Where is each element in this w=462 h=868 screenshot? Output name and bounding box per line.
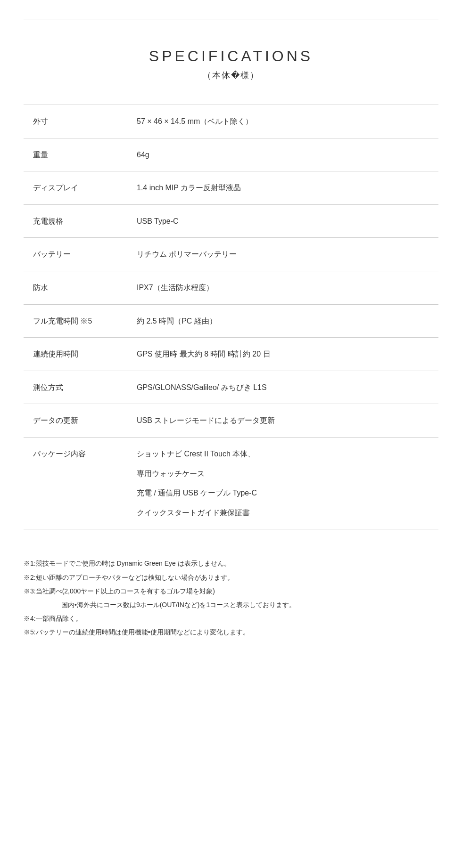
package-item: ショットナビ Crest II Touch 本体、 xyxy=(137,448,429,460)
spec-row: フル充電時間 ※5約 2.5 時間（PC 経由） xyxy=(24,304,438,338)
spec-value: 1.4 inch MIP カラー反射型液晶 xyxy=(127,171,438,205)
spec-row: パッケージ内容ショットナビ Crest II Touch 本体、専用ウォッチケー… xyxy=(24,437,438,529)
note-item: ※4:一部商品除く。 xyxy=(24,613,438,625)
note-item: ※1:競技モードでご使用の時は Dynamic Green Eye は表示しませ… xyxy=(24,558,438,569)
spec-label: データの更新 xyxy=(24,404,127,438)
spec-value: 約 2.5 時間（PC 経由） xyxy=(127,304,438,338)
spec-row: 充電規格USB Type-C xyxy=(24,204,438,238)
spec-row: 重量64g xyxy=(24,138,438,171)
spec-row: バッテリーリチウム ポリマーバッテリー xyxy=(24,238,438,271)
spec-label: ディスプレイ xyxy=(24,171,127,205)
spec-label: 充電規格 xyxy=(24,204,127,238)
header-section: SPECIFICATIONS （本体�様） xyxy=(24,48,438,81)
spec-label: バッテリー xyxy=(24,238,127,271)
top-divider xyxy=(24,19,438,19)
spec-value: USB Type-C xyxy=(127,204,438,238)
spec-label: パッケージ内容 xyxy=(24,437,127,529)
spec-row: 測位方式GPS/GLONASS/Galileo/ みちびき L1S xyxy=(24,371,438,404)
note-item: ※3:当社調べ(2,000ヤード以上のコースを有するゴルフ場を対象) xyxy=(24,585,438,597)
spec-value: リチウム ポリマーバッテリー xyxy=(127,238,438,271)
spec-row: 連続使用時間GPS 使用時 最大約 8 時間 時計約 20 日 xyxy=(24,338,438,371)
sub-title: （本体�様） xyxy=(24,70,438,81)
package-item: クイックスタートガイド兼保証書 xyxy=(137,507,429,519)
spec-label: フル充電時間 ※5 xyxy=(24,304,127,338)
note-item: ※2:短い距離のアプローチやパターなどは検知しない場合があります。 xyxy=(24,572,438,584)
spec-table: 外寸57 × 46 × 14.5 mm（ベルト除く）重量64gディスプレイ1.4… xyxy=(24,105,438,529)
spec-row: ディスプレイ1.4 inch MIP カラー反射型液晶 xyxy=(24,171,438,205)
spec-value: GPS/GLONASS/Galileo/ みちびき L1S xyxy=(127,371,438,404)
note-item: 国内•海外共にコース数は9ホール(OUT/INなど)を1コースと表示しております… xyxy=(24,599,438,611)
notes-section: ※1:競技モードでご使用の時は Dynamic Green Eye は表示しませ… xyxy=(24,553,438,638)
spec-value: ショットナビ Crest II Touch 本体、専用ウォッチケース充電 / 通… xyxy=(127,437,438,529)
spec-label: 測位方式 xyxy=(24,371,127,404)
package-item: 充電 / 通信用 USB ケーブル Type-C xyxy=(137,487,429,499)
spec-value: 64g xyxy=(127,138,438,171)
page-container: SPECIFICATIONS （本体�様） 外寸57 × 46 × 14.5 m… xyxy=(0,0,462,668)
main-title: SPECIFICATIONS xyxy=(24,48,438,65)
spec-value: USB ストレージモードによるデータ更新 xyxy=(127,404,438,438)
spec-value: IPX7（生活防水程度） xyxy=(127,271,438,304)
spec-row: 外寸57 × 46 × 14.5 mm（ベルト除く） xyxy=(24,105,438,138)
spec-value: 57 × 46 × 14.5 mm（ベルト除く） xyxy=(127,105,438,138)
spec-label: 防水 xyxy=(24,271,127,304)
package-item: 専用ウォッチケース xyxy=(137,468,429,480)
spec-label: 重量 xyxy=(24,138,127,171)
spec-value: GPS 使用時 最大約 8 時間 時計約 20 日 xyxy=(127,338,438,371)
spec-label: 外寸 xyxy=(24,105,127,138)
note-item: ※5:バッテリーの連続使用時間は使用機能•使用期間などにより変化します。 xyxy=(24,626,438,638)
spec-label: 連続使用時間 xyxy=(24,338,127,371)
spec-row: 防水IPX7（生活防水程度） xyxy=(24,271,438,304)
spec-row: データの更新USB ストレージモードによるデータ更新 xyxy=(24,404,438,438)
